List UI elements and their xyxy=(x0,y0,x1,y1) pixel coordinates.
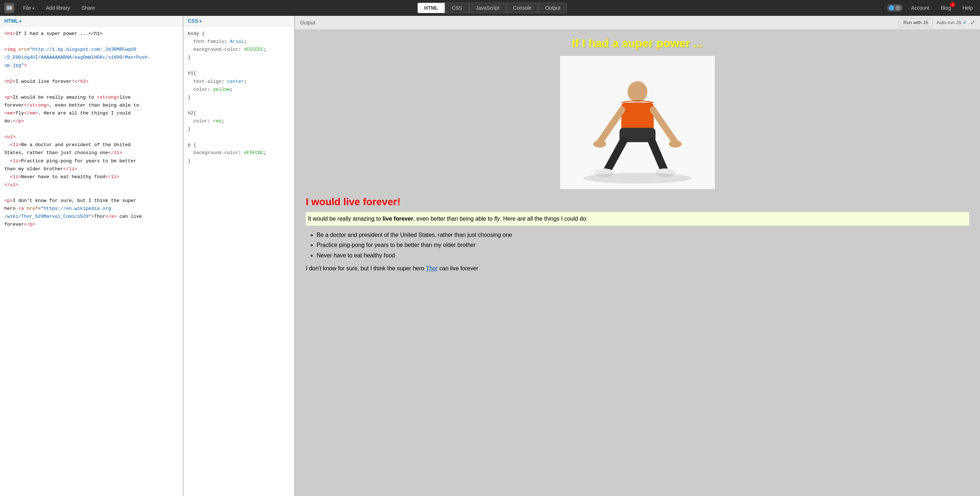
toggle-dot2 xyxy=(896,5,900,10)
code-line: } xyxy=(188,125,290,133)
css-code-editor[interactable]: body { font-family: Arial; background-co… xyxy=(183,26,294,496)
svg-rect-6 xyxy=(621,102,654,131)
code-line: } xyxy=(188,94,290,102)
code-line: font-family: Arial; xyxy=(188,38,290,46)
app-logo xyxy=(4,3,14,13)
svg-point-10 xyxy=(669,140,682,148)
tab-html[interactable]: HTML xyxy=(417,3,445,13)
code-line: <li>Practice ping-pong for years to be b… xyxy=(4,157,178,165)
account-toggle[interactable] xyxy=(887,4,903,11)
blog-badge: 1 xyxy=(950,2,955,7)
code-line: States, rather than just choosing one</l… xyxy=(4,149,178,157)
html-pane-header: HTML xyxy=(0,16,183,26)
code-line: /S_E00idg4UI/AAAAAAAABNA/eagDmWlHGKc/s16… xyxy=(4,54,178,62)
code-line: than my older brother</li> xyxy=(4,165,178,173)
blog-btn[interactable]: Blog 1 xyxy=(938,3,954,12)
account-btn[interactable]: Account xyxy=(908,3,932,12)
toggle-dot xyxy=(889,5,894,10)
editor-tabs: HTML CSS JavaScript Console Output xyxy=(103,3,881,13)
code-line: <p>It would be really amazing to <strong… xyxy=(4,94,178,102)
thor-link[interactable]: Thor xyxy=(426,265,438,271)
code-line: } xyxy=(188,54,290,62)
css-pane-header: CSS xyxy=(183,16,294,26)
output-content: If I had a super power ... xyxy=(295,30,980,496)
output-h2: I would live forever! xyxy=(306,196,969,208)
top-nav: File Add library Share HTML CSS JavaScri… xyxy=(0,0,980,16)
code-line: forever</strong>, even better than being… xyxy=(4,102,178,109)
output-pane: Output Run with JS Auto-run JS ✓ ⤢ If I … xyxy=(295,16,980,496)
code-line: body { xyxy=(188,30,290,38)
expand-icon[interactable]: ⤢ xyxy=(970,19,975,26)
file-menu[interactable]: File xyxy=(20,3,37,12)
tab-console[interactable]: Console xyxy=(506,3,538,13)
code-line xyxy=(188,133,290,141)
output-p1: It would be really amazing to live forev… xyxy=(306,212,969,226)
code-line: background-color: #F5FCDC; xyxy=(188,149,290,157)
code-line: <h1>If I had a super power ...</h1> xyxy=(4,30,178,38)
list-item: Practice ping-pong for years to be bette… xyxy=(317,240,969,250)
css-editor-pane: CSS body { font-family: Arial; backgroun… xyxy=(183,16,295,496)
run-with-js-btn[interactable]: Run with JS xyxy=(899,18,933,27)
code-line: /wiki/Thor_%28Marvel_Comics%29">Thor</a>… xyxy=(4,213,178,221)
code-line: color: red; xyxy=(188,117,290,125)
code-line: } xyxy=(188,157,290,165)
code-line: <li>Never have to eat healthy food</li> xyxy=(4,173,178,181)
code-line: up.jpg"> xyxy=(4,62,178,69)
add-library-btn[interactable]: Add library xyxy=(43,3,73,12)
css-pane-title[interactable]: CSS xyxy=(188,18,202,24)
output-inner: If I had a super power ... xyxy=(295,30,980,283)
code-line: </ul> xyxy=(4,181,178,189)
main-area: HTML <h1>If I had a super power ...</h1>… xyxy=(0,16,980,496)
html-pane-title[interactable]: HTML xyxy=(4,18,22,24)
svg-point-9 xyxy=(593,140,606,148)
svg-point-5 xyxy=(628,82,647,102)
svg-point-2 xyxy=(9,7,10,9)
list-item: Be a doctor and president of the United … xyxy=(317,230,969,241)
tab-css[interactable]: CSS xyxy=(445,3,469,13)
autorun-label: Auto-run JS ✓ xyxy=(937,20,967,25)
autorun-checkmark: ✓ xyxy=(963,20,967,25)
code-line: forever</p> xyxy=(4,221,178,228)
code-line: <h2>I would live forever!</h2> xyxy=(4,78,178,86)
code-line xyxy=(188,62,290,69)
code-line xyxy=(4,69,178,77)
code-line: hero <a href="https://en.wikipedia.org xyxy=(4,205,178,213)
code-line: text-align: center; xyxy=(188,78,290,86)
code-line: do:</p> xyxy=(4,117,178,125)
help-btn[interactable]: Help xyxy=(959,3,976,12)
code-line: <p>I don't know for sure, but I think th… xyxy=(4,197,178,205)
list-item: Never have to eat healthy food xyxy=(317,250,969,261)
code-line xyxy=(4,86,178,94)
code-line xyxy=(4,38,178,46)
output-p2: I don't know for sure, but I think the s… xyxy=(306,265,969,272)
html-code-editor[interactable]: <h1>If I had a super power ...</h1> <img… xyxy=(0,26,183,496)
output-p1-bold: live forever xyxy=(382,215,413,222)
output-image xyxy=(560,56,715,189)
code-line xyxy=(4,189,178,197)
code-line: h1{ xyxy=(188,69,290,77)
output-p1-em: fly xyxy=(494,215,500,222)
output-controls: Run with JS Auto-run JS ✓ ⤢ xyxy=(899,18,975,27)
share-btn[interactable]: Share xyxy=(79,3,98,12)
code-line xyxy=(4,125,178,133)
output-list: Be a doctor and president of the United … xyxy=(317,230,969,261)
nav-right: Account Blog 1 Help xyxy=(887,3,976,12)
output-h1: If I had a super power ... xyxy=(306,37,969,50)
tab-output[interactable]: Output xyxy=(538,3,567,13)
output-header: Output Run with JS Auto-run JS ✓ ⤢ xyxy=(295,16,980,30)
code-line: p { xyxy=(188,141,290,149)
code-line: <li>Be a doctor and president of the Uni… xyxy=(4,141,178,149)
code-line: <em>fly</em>. Here are all the things I … xyxy=(4,109,178,117)
tab-javascript[interactable]: JavaScript xyxy=(469,3,506,13)
code-line: background-color: #CCCCCC; xyxy=(188,46,290,54)
code-line: color: yellow; xyxy=(188,86,290,94)
code-line xyxy=(188,102,290,109)
html-editor-pane: HTML <h1>If I had a super power ...</h1>… xyxy=(0,16,183,496)
code-line: <ul> xyxy=(4,133,178,141)
output-title: Output xyxy=(300,20,315,26)
code-line: h2{ xyxy=(188,109,290,117)
code-line: <img src="http://1.bp.blogspot.com/_3b3R… xyxy=(4,46,178,54)
svg-point-16 xyxy=(584,173,692,183)
